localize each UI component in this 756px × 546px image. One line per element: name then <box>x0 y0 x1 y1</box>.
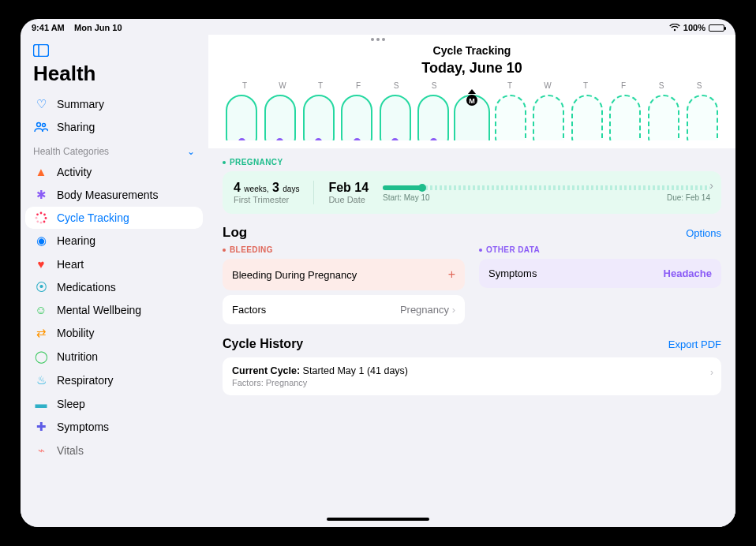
day-pill[interactable] <box>303 95 335 140</box>
vitals-icon: ⌁ <box>33 443 49 458</box>
cycle-history-header: Cycle History Export PDF <box>223 337 721 351</box>
symptoms-value: Headache <box>664 267 712 279</box>
current-cycle-value: Started May 1 (41 days) <box>300 365 408 376</box>
screen: 9:41 AM Mon Jun 10 100% Health <box>21 19 735 527</box>
sidebar-item-vitals[interactable]: ⌁ Vitals <box>25 439 203 462</box>
sidebar-item-cycle-tracking[interactable]: Cycle Tracking <box>25 207 203 229</box>
sidebar-item-label: Hearing <box>57 234 95 247</box>
day-letter: F <box>339 81 377 90</box>
sidebar-item-hearing[interactable]: ◉ Hearing <box>25 229 203 252</box>
day-letter: T <box>491 81 529 90</box>
heart-outline-icon: ♡ <box>33 97 49 111</box>
svg-point-10 <box>36 217 38 219</box>
current-cycle-card[interactable]: Current Cycle: Started May 1 (41 days) F… <box>223 357 721 395</box>
wifi-icon <box>669 24 680 32</box>
symptoms-card[interactable]: Symptoms Headache <box>479 259 721 288</box>
ear-icon: ◉ <box>33 234 49 248</box>
day-pill-future[interactable] <box>687 95 718 140</box>
bleeding-section-label: BLEEDING <box>223 245 465 254</box>
chevron-down-icon: ⌄ <box>187 146 195 157</box>
divider <box>313 181 314 204</box>
chevron-right-icon: › <box>709 179 713 192</box>
day-pill[interactable] <box>264 95 296 140</box>
sidebar-item-label: Mental Wellbeing <box>57 304 141 316</box>
sidebar-item-label: Heart <box>57 258 84 271</box>
heart-icon: ♥ <box>33 257 49 271</box>
sidebar-item-label: Summary <box>57 98 104 110</box>
today-date-label: Today, June 10 <box>223 60 721 81</box>
progress-knob-icon <box>418 184 426 192</box>
svg-marker-12 <box>468 89 476 94</box>
bleeding-card[interactable]: Bleeding During Pregnancy + <box>223 259 465 290</box>
sidebar-item-label: Vitals <box>57 444 84 457</box>
svg-point-2 <box>37 123 41 127</box>
pills-icon: ⦿ <box>33 280 49 294</box>
export-pdf-link[interactable]: Export PDF <box>668 338 721 350</box>
flame-icon: ▲ <box>33 165 49 178</box>
day-pill-future[interactable] <box>571 95 603 140</box>
sidebar-group-header[interactable]: Health Categories ⌄ <box>25 138 203 160</box>
sidebar-toggle-icon[interactable] <box>25 41 203 60</box>
day-pill[interactable] <box>341 95 372 140</box>
body-icon: ✱ <box>33 188 49 202</box>
sidebar-item-mental-wellbeing[interactable]: ☺ Mental Wellbeing <box>25 298 203 321</box>
factors-card[interactable]: Factors Pregnancy › <box>223 295 465 324</box>
sidebar-item-label: Activity <box>57 166 92 178</box>
svg-rect-0 <box>34 45 49 57</box>
sidebar-item-label: Body Measurements <box>57 189 158 201</box>
progress-bar <box>383 185 710 190</box>
sidebar-item-nutrition[interactable]: ◯ Nutrition <box>25 345 203 368</box>
sidebar-item-label: Symptoms <box>57 421 109 433</box>
day-pill-future[interactable] <box>609 95 641 140</box>
sidebar-item-symptoms[interactable]: ✚ Symptoms <box>25 415 203 439</box>
multitask-handle[interactable] <box>371 38 385 41</box>
page-title: Cycle Tracking <box>223 35 721 60</box>
chevron-right-icon: › <box>710 367 713 378</box>
options-link[interactable]: Options <box>686 227 721 239</box>
app-title: Health <box>25 60 203 92</box>
sidebar-item-label: Cycle Tracking <box>57 211 129 224</box>
svg-point-3 <box>43 124 46 127</box>
sidebar-item-sleep[interactable]: ▬ Sleep <box>25 392 203 415</box>
pregnancy-progress: Start: May 10 Due: Feb 14 <box>383 184 710 202</box>
sidebar-item-heart[interactable]: ♥ Heart <box>25 252 203 275</box>
pregnancy-due-date: Feb 14 Due Date <box>328 181 369 204</box>
pregnancy-duration: 4 weeks, 3 days First Trimester <box>234 181 299 204</box>
status-bar: 9:41 AM Mon Jun 10 100% <box>21 19 735 35</box>
log-title: Log <box>223 225 247 241</box>
status-time: 9:41 AM <box>32 23 65 32</box>
day-letter: S <box>415 81 453 90</box>
plus-icon[interactable]: + <box>448 267 455 282</box>
lungs-icon: ♨ <box>33 373 49 387</box>
sidebar-item-respiratory[interactable]: ♨ Respiratory <box>25 368 203 392</box>
sidebar-item-mobility[interactable]: ⇄ Mobility <box>25 321 203 345</box>
sidebar-item-summary[interactable]: ♡ Summary <box>25 92 203 116</box>
day-pill[interactable] <box>380 95 411 140</box>
status-left: 9:41 AM Mon Jun 10 <box>32 23 122 32</box>
svg-point-4 <box>40 212 43 215</box>
battery-icon <box>709 24 724 32</box>
main-scroll-area[interactable]: PREGNANCY 4 weeks, 3 days First Trimeste… <box>208 148 735 527</box>
home-indicator[interactable] <box>327 518 429 521</box>
pregnancy-dot-icon <box>391 138 399 140</box>
day-pill[interactable] <box>417 95 449 140</box>
day-pill-future[interactable] <box>533 95 564 140</box>
day-pill[interactable] <box>226 95 257 140</box>
sidebar-item-sharing[interactable]: Sharing <box>25 116 203 138</box>
ipad-frame: 9:41 AM Mon Jun 10 100% Health <box>0 0 756 546</box>
log-header: Log Options <box>223 225 721 241</box>
svg-point-6 <box>45 217 47 219</box>
sidebar-item-medications[interactable]: ⦿ Medications <box>25 275 203 298</box>
sidebar-item-activity[interactable]: ▲ Activity <box>25 160 203 183</box>
pregnancy-summary-card[interactable]: 4 weeks, 3 days First Trimester Feb 14 D… <box>223 171 721 214</box>
cycle-history-title: Cycle History <box>223 337 303 351</box>
person-walk-icon: ✚ <box>33 420 49 434</box>
day-letter: T <box>301 81 339 90</box>
pregnancy-dot-icon <box>430 138 437 140</box>
day-letters-row: T W T F S S M T W T <box>223 81 721 90</box>
day-pill-future[interactable] <box>648 95 679 140</box>
day-pill-future[interactable] <box>495 95 526 140</box>
sidebar-item-body-measurements[interactable]: ✱ Body Measurements <box>25 183 203 207</box>
factors-title: Factors <box>232 304 266 316</box>
sidebar-item-label: Respiratory <box>57 374 114 387</box>
